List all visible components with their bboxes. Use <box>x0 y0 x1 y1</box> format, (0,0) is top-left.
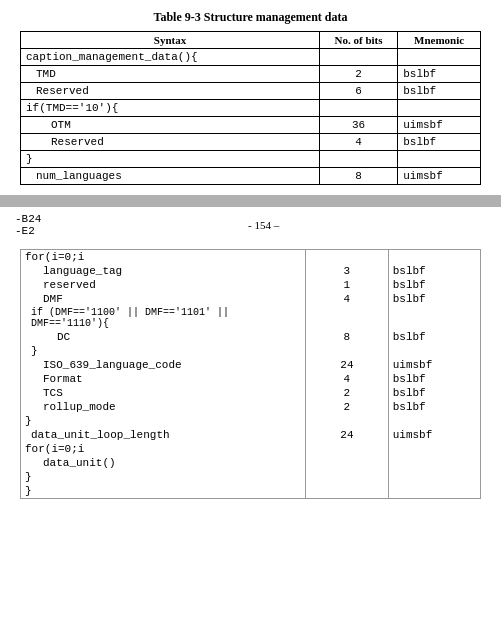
bits-cell: 24 <box>306 358 389 372</box>
syntax-cell: for(i=0;i <box>21 250 306 264</box>
mnemonic-cell <box>388 456 480 470</box>
mnemonic-cell: bslbf <box>388 278 480 292</box>
mnemonic-cell: bslbf <box>388 330 480 344</box>
table-row: language_tag 3 bslbf <box>21 264 480 278</box>
mnemonic-cell: bslbf <box>388 264 480 278</box>
bits-cell <box>306 250 389 264</box>
bits-cell: 4 <box>320 134 398 151</box>
syntax-cell: reserved <box>21 278 306 292</box>
syntax-cell: } <box>21 151 320 168</box>
mnemonic-cell: bslbf <box>398 134 481 151</box>
syntax-cell: TCS <box>21 386 306 400</box>
table-row: for(i=0;i <box>21 250 480 264</box>
table-row: } <box>21 151 481 168</box>
bits-cell <box>306 456 389 470</box>
syntax-cell: data_unit() <box>21 456 306 470</box>
page-left-info: -B24 -E2 <box>15 213 41 237</box>
bits-cell: 4 <box>306 292 389 306</box>
bottom-section: for(i=0;i language_tag 3 bslbf reserved … <box>0 243 501 509</box>
top-section: Table 9-3 Structure management data Synt… <box>0 0 501 195</box>
mnemonic-cell: uimsbf <box>388 428 480 442</box>
table-header-row: Syntax No. of bits Mnemonic <box>21 32 481 49</box>
syntax-cell: DMF <box>21 292 306 306</box>
mnemonic-cell: bslbf <box>388 386 480 400</box>
syntax-cell: DC <box>21 330 306 344</box>
bits-cell <box>306 306 389 330</box>
syntax-cell: for(i=0;i <box>21 442 306 456</box>
table-row: reserved 1 bslbf <box>21 278 480 292</box>
bits-cell: 4 <box>306 372 389 386</box>
header-syntax: Syntax <box>21 32 320 49</box>
table-row: num_languages 8 uimsbf <box>21 168 481 185</box>
table-row: if (DMF=='1100' || DMF=='1101' || DMF=='… <box>21 306 480 330</box>
bits-cell: 8 <box>306 330 389 344</box>
mnemonic-cell <box>398 151 481 168</box>
syntax-cell: rollup_mode <box>21 400 306 414</box>
table-row: DMF 4 bslbf <box>21 292 480 306</box>
bits-cell: 2 <box>306 400 389 414</box>
bits-cell <box>306 414 389 428</box>
table-row: } <box>21 344 480 358</box>
bits-cell <box>320 100 398 117</box>
bits-cell: 6 <box>320 83 398 100</box>
table-title: Table 9-3 Structure management data <box>20 10 481 25</box>
page-left-b24: -B24 <box>15 213 41 225</box>
syntax-cell: TMD <box>21 66 320 83</box>
syntax-cell: caption_management_data(){ <box>21 49 320 66</box>
syntax-cell: } <box>21 414 306 428</box>
table-row: } <box>21 484 480 498</box>
mnemonic-cell <box>388 344 480 358</box>
bits-cell: 1 <box>306 278 389 292</box>
mnemonic-cell <box>388 442 480 456</box>
top-table: Syntax No. of bits Mnemonic caption_mana… <box>20 31 481 185</box>
bits-cell <box>306 442 389 456</box>
syntax-cell: OTM <box>21 117 320 134</box>
table-row: } <box>21 470 480 484</box>
bits-cell: 24 <box>306 428 389 442</box>
syntax-cell: ISO_639_language_code <box>21 358 306 372</box>
mnemonic-cell <box>388 470 480 484</box>
table-row: TCS 2 bslbf <box>21 386 480 400</box>
mnemonic-cell: bslbf <box>388 400 480 414</box>
page-center-info: - 154 – <box>248 219 279 231</box>
table-row: if(TMD=='10'){ <box>21 100 481 117</box>
mnemonic-cell: bslbf <box>398 66 481 83</box>
table-row: data_unit() <box>21 456 480 470</box>
syntax-cell: data_unit_loop_length <box>21 428 306 442</box>
mnemonic-cell: uimsbf <box>388 358 480 372</box>
page-container: Table 9-3 Structure management data Synt… <box>0 0 501 625</box>
mnemonic-cell <box>388 484 480 498</box>
bits-cell: 2 <box>320 66 398 83</box>
syntax-cell: Reserved <box>21 134 320 151</box>
syntax-cell: } <box>21 344 306 358</box>
table-row: caption_management_data(){ <box>21 49 481 66</box>
table-row: Reserved 6 bslbf <box>21 83 481 100</box>
syntax-cell: language_tag <box>21 264 306 278</box>
page-left-e2: -E2 <box>15 225 41 237</box>
syntax-cell: Reserved <box>21 83 320 100</box>
table-row: for(i=0;i <box>21 442 480 456</box>
table-row: DC 8 bslbf <box>21 330 480 344</box>
header-mnemonic: Mnemonic <box>398 32 481 49</box>
syntax-cell: if(TMD=='10'){ <box>21 100 320 117</box>
syntax-cell: } <box>21 470 306 484</box>
syntax-cell: Format <box>21 372 306 386</box>
mnemonic-cell <box>388 306 480 330</box>
separator-bar <box>0 195 501 207</box>
table-row: ISO_639_language_code 24 uimsbf <box>21 358 480 372</box>
mnemonic-cell: uimsbf <box>398 117 481 134</box>
mnemonic-cell <box>398 49 481 66</box>
syntax-cell: num_languages <box>21 168 320 185</box>
table-row: Format 4 bslbf <box>21 372 480 386</box>
page-info-area: -B24 -E2 - 154 – <box>0 207 501 243</box>
mnemonic-cell: bslbf <box>388 372 480 386</box>
bits-cell <box>306 484 389 498</box>
bits-cell <box>320 151 398 168</box>
syntax-cell: } <box>21 484 306 498</box>
bits-cell <box>306 470 389 484</box>
bits-cell: 2 <box>306 386 389 400</box>
bottom-table: for(i=0;i language_tag 3 bslbf reserved … <box>21 250 480 498</box>
mnemonic-cell <box>398 100 481 117</box>
table-row: OTM 36 uimsbf <box>21 117 481 134</box>
table-row: } <box>21 414 480 428</box>
